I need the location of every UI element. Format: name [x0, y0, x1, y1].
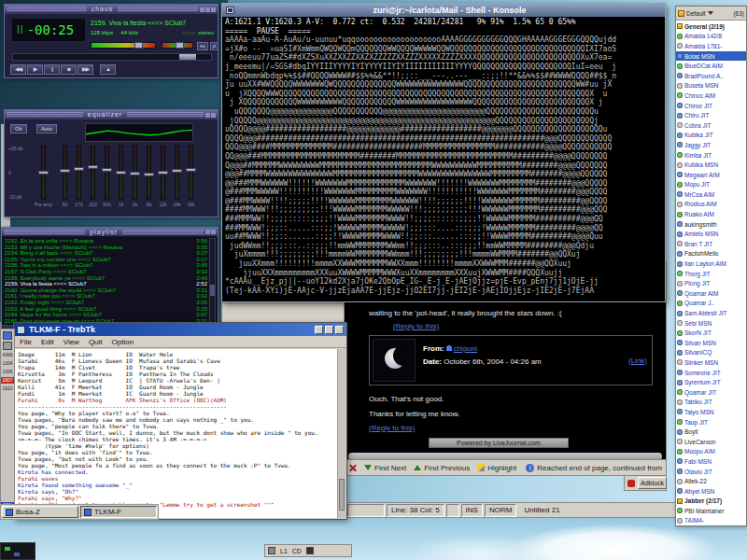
task-button[interactable]: TLKM-F — [80, 506, 157, 518]
transport-button[interactable]: ◀◀ — [10, 64, 26, 75]
transport-button[interactable]: || — [44, 64, 60, 75]
contact-row[interactable]: MrCsa AIM — [676, 189, 746, 200]
transport-button[interactable]: ▶ — [27, 64, 43, 75]
contact-row[interactable]: Tabiku JIT — [676, 398, 746, 408]
konsole-titlebar[interactable]: zuri@jr:~/carlota/Mail - Shell - Konsole — [222, 4, 665, 17]
contact-row[interactable]: Qoamar JIT — [676, 387, 746, 398]
eq-band-knob[interactable] — [130, 172, 140, 175]
close-icon[interactable] — [211, 230, 216, 234]
contact-row[interactable]: Jabber (2/17) — [676, 497, 746, 507]
playlist-row[interactable]: 2161. I really miss you <<<> SClub7 3:42 — [5, 293, 207, 300]
contact-row[interactable]: Silvan MSN — [676, 338, 746, 348]
mud-client-window[interactable]: TLKM-F - TrebTk FileEditViewQuitOption I… — [13, 322, 347, 520]
contact-row[interactable]: Quamar J.. — [676, 299, 746, 309]
playlist-row[interactable]: 2157. S Club Party <<<> SClub7 3:32 — [5, 269, 207, 275]
contact-row[interactable]: Taiyo MSN — [676, 407, 746, 417]
contact-list-window[interactable]: Default (63) General (2/19) Amalda 142/8… — [675, 6, 747, 526]
contact-row[interactable]: Plong JIT — [676, 278, 746, 288]
eq-on-button[interactable]: Ok — [10, 124, 27, 133]
contact-row[interactable]: Jaggy JIT — [676, 140, 746, 150]
panel-icon[interactable] — [3, 342, 12, 350]
playlist-row[interactable]: 2155. You're my number one <<<> SClub7 3… — [5, 257, 207, 263]
contact-row[interactable]: General (2/19) — [676, 21, 746, 32]
xmms-player-window[interactable]: chaos || -00:25 2159. Viva la fiesta <<<… — [4, 4, 218, 78]
contact-row[interactable]: Amalda 142/8 — [676, 32, 746, 42]
close-icon[interactable] — [335, 326, 344, 334]
contact-row[interactable]: Megwari AIM — [676, 170, 746, 180]
dropdown-arrow-icon[interactable] — [708, 11, 713, 15]
contact-row[interactable]: PBI Maintainer — [676, 506, 746, 516]
session-item[interactable]: 1907 — [1, 377, 14, 384]
contact-row[interactable]: Cobra JIT — [676, 120, 746, 131]
contact-row[interactable]: Buseta MSN — [676, 81, 746, 91]
contact-row[interactable]: 7AIM4- — [676, 516, 746, 525]
close-icon[interactable] — [211, 113, 216, 118]
contact-row[interactable]: Chinoc AIM — [676, 91, 746, 101]
playlist-toggle-button[interactable]: pl — [210, 42, 219, 50]
eq-band-slider[interactable] — [175, 146, 179, 200]
layout-indicator[interactable]: L1 — [280, 548, 288, 554]
shade-icon[interactable] — [205, 7, 210, 12]
playlist-row[interactable]: 2152. En la otra orilla <<<> Rosana 3:56 — [5, 238, 207, 245]
menu-item[interactable]: Option — [112, 338, 134, 346]
contact-row[interactable]: Amalda 1781- — [676, 41, 746, 51]
contact-row[interactable]: Sebi MSN — [676, 318, 746, 329]
playlist-row[interactable]: 2162. Friday night <<<> SClub7 3:05 — [5, 300, 207, 306]
contact-row[interactable]: Bolas MSN — [676, 51, 746, 62]
eq-band-knob[interactable] — [186, 168, 196, 172]
eq-band-knob[interactable] — [60, 169, 70, 173]
eq-band-slider[interactable] — [189, 146, 193, 200]
contact-row[interactable]: Bran T JIT — [676, 239, 746, 249]
contact-row[interactable]: Kimba JIT — [676, 150, 746, 161]
equalizer-titlebar[interactable]: equalizer — [5, 110, 218, 119]
session-item[interactable]: 4366 — [1, 352, 14, 358]
eq-band-slider[interactable] — [119, 146, 123, 200]
equalizer-window[interactable]: equalizer Ok Auto +20 db0-20 db Pre amp — [4, 109, 218, 217]
shade-icon[interactable] — [205, 230, 210, 234]
contact-row[interactable]: Fabi MSN — [676, 456, 746, 467]
terminal-output[interactable]: A:1621.1 V:1620.3 A-V: 0.772 ct: 0.532 2… — [225, 18, 663, 300]
konsole-window[interactable]: zuri@jr:~/carlota/Mail - Shell - Konsole… — [221, 3, 666, 302]
contact-row[interactable]: BradPound A.. — [676, 71, 746, 81]
eq-band-knob[interactable] — [38, 171, 49, 175]
contact-list-header[interactable]: Default (63) — [676, 7, 746, 21]
contact-row[interactable]: Moopu AIM — [676, 447, 746, 457]
scrollbar[interactable] — [337, 349, 345, 518]
eq-band-slider[interactable] — [105, 146, 109, 200]
contact-row[interactable]: Thorg JIT — [676, 269, 746, 279]
window-buttons[interactable] — [200, 7, 218, 12]
xmms-titlebar[interactable]: chaos — [5, 5, 218, 14]
find-next-button[interactable]: Find Next — [364, 464, 406, 472]
find-previous-button[interactable]: Find Previous — [414, 464, 470, 472]
menu-item[interactable]: Edit — [41, 338, 54, 346]
contact-row[interactable]: Ruako AIM — [676, 209, 746, 219]
eq-band-knob[interactable] — [88, 165, 98, 169]
username-link[interactable]: chipuni — [454, 344, 477, 353]
contact-row[interactable]: FacilohMello — [676, 249, 746, 259]
contact-row[interactable]: Boyti — [676, 427, 746, 437]
menu-item[interactable]: View — [63, 338, 79, 346]
playlist-titlebar[interactable]: playlist — [2, 228, 218, 236]
playlist-window[interactable]: playlist 2152. En la otra orilla <<<> Ro… — [1, 227, 218, 336]
eq-auto-button[interactable]: Auto — [36, 124, 57, 133]
eq-band-slider[interactable] — [41, 146, 46, 200]
contact-row[interactable]: Riodius AIM — [676, 200, 746, 210]
horizontal-scrollbar[interactable] — [348, 453, 662, 459]
eq-band-knob[interactable] — [74, 167, 84, 171]
shade-icon[interactable] — [205, 113, 210, 118]
contact-row[interactable]: Kubika JIT — [676, 131, 746, 141]
eq-band-knob[interactable] — [158, 171, 168, 175]
balance-slider[interactable] — [162, 42, 193, 49]
minimize-icon[interactable] — [200, 7, 204, 12]
eq-band-slider[interactable] — [77, 146, 81, 200]
contact-row[interactable]: Ilan Layton AIM — [676, 259, 746, 269]
window-buttons[interactable] — [315, 326, 344, 334]
menu-item[interactable]: File — [20, 338, 32, 346]
contact-row[interactable]: Amleto MSN — [676, 229, 746, 239]
playlist-row[interactable]: 2163. A feel good thing <<<> SClub7 3:25 — [5, 306, 207, 313]
contact-row[interactable]: Someone JIT — [676, 368, 746, 378]
maximize-icon[interactable] — [325, 326, 333, 334]
toolbar-icon[interactable] — [306, 547, 314, 554]
group-folder-icon[interactable] — [678, 10, 684, 17]
task-button[interactable]: Busa-Z — [2, 506, 78, 518]
